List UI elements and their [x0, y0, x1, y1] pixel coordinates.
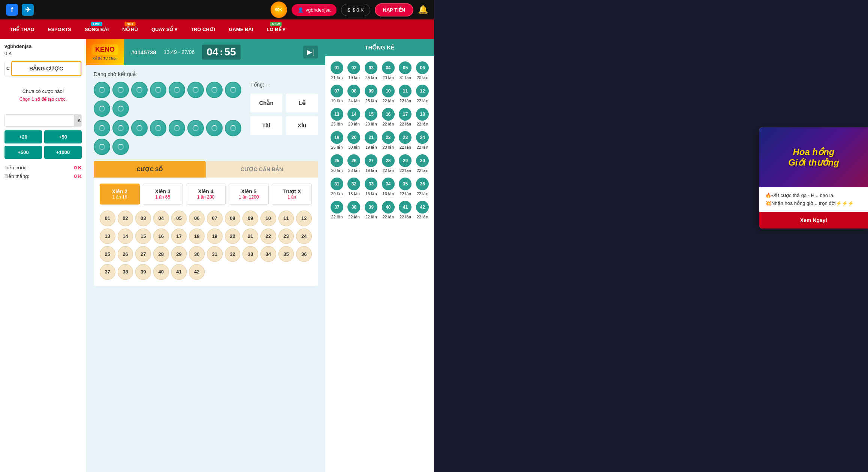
- num-cell-19[interactable]: 19: [207, 229, 223, 244]
- stat-cell-35: 35 22 lần: [397, 175, 414, 199]
- nav-tro-choi[interactable]: TRÒ CHƠI: [184, 19, 222, 39]
- num-cell-08[interactable]: 08: [225, 211, 241, 226]
- tab-c[interactable]: C: [5, 61, 11, 76]
- num-cell-13[interactable]: 13: [100, 229, 115, 244]
- num-cell-41[interactable]: 41: [171, 264, 187, 280]
- stat-count-18: 22 lần: [417, 122, 428, 127]
- num-cell-14[interactable]: 14: [118, 229, 133, 244]
- num-cell-30[interactable]: 30: [189, 246, 205, 262]
- balance-button[interactable]: $ $ 0 K: [341, 4, 370, 16]
- num-cell-38[interactable]: 38: [118, 264, 133, 280]
- num-cell-20[interactable]: 20: [225, 229, 241, 244]
- num-cell-17[interactable]: 17: [171, 229, 187, 244]
- num-cell-18[interactable]: 18: [189, 229, 205, 244]
- num-cell-32[interactable]: 32: [225, 246, 241, 262]
- amount-btn-20[interactable]: +20: [4, 130, 42, 143]
- num-cell-31[interactable]: 31: [207, 246, 223, 262]
- num-cell-28[interactable]: 28: [153, 246, 169, 262]
- stat-count-19: 25 lần: [331, 145, 343, 150]
- nav-the-thao[interactable]: THỂ THAO: [3, 19, 41, 39]
- xien-2-card[interactable]: Xiên 2 1 ăn 16: [100, 184, 140, 205]
- xien-2-odd: 1 ăn 16: [105, 194, 135, 200]
- num-cell-27[interactable]: 27: [135, 246, 151, 262]
- timer-min: 04: [207, 46, 218, 58]
- stat-ball-12: 12: [416, 85, 429, 97]
- xien-3-card[interactable]: Xiên 3 1 ăn 65: [143, 184, 183, 205]
- telegram-icon[interactable]: ✈: [22, 4, 34, 16]
- nav-lo-de[interactable]: NEW LÔ ĐỀ ▾: [260, 19, 292, 39]
- xien-4-card[interactable]: Xiên 4 1 ăn 280: [186, 184, 226, 205]
- nav-song-bai[interactable]: LIVE SÒNG BÀI: [78, 19, 115, 39]
- facebook-icon[interactable]: f: [6, 4, 18, 16]
- num-cell-39[interactable]: 39: [135, 264, 151, 280]
- stat-ball-38: 38: [347, 201, 360, 214]
- xiu-box[interactable]: Xỉu: [286, 116, 318, 135]
- num-cell-03[interactable]: 03: [135, 211, 151, 226]
- num-cell-10[interactable]: 10: [260, 211, 276, 226]
- stream-icon[interactable]: ▶|: [303, 46, 318, 58]
- num-cell-37[interactable]: 37: [100, 264, 115, 280]
- tab-cuoc-so[interactable]: CƯỢC SỐ: [94, 161, 206, 178]
- le-box[interactable]: Lẻ: [286, 94, 318, 112]
- truot-x-card[interactable]: Trượt X 1 ăn: [272, 184, 312, 205]
- nav-game-bai[interactable]: GAME BÀI: [222, 19, 260, 39]
- num-cell-11[interactable]: 11: [278, 211, 294, 226]
- num-cell-24[interactable]: 24: [296, 229, 312, 244]
- num-cell-42[interactable]: 42: [189, 264, 205, 280]
- tab-cuoc-can-ban[interactable]: CƯỢC CĂN BẢN: [206, 161, 318, 178]
- num-cell-25[interactable]: 25: [100, 246, 115, 262]
- num-cell-15[interactable]: 15: [135, 229, 151, 244]
- tai-box[interactable]: Tài: [250, 116, 282, 135]
- num-cell-40[interactable]: 40: [153, 264, 169, 280]
- amount-btn-1000[interactable]: +1000: [44, 146, 82, 159]
- nav-quay-so[interactable]: QUAY SỐ ▾: [145, 19, 184, 39]
- xien-5-card[interactable]: Xiên 5 1 ăn 1200: [229, 184, 269, 205]
- keno-title: KENO: [95, 46, 115, 53]
- stat-count-40: 22 lần: [382, 215, 394, 220]
- num-cell-09[interactable]: 09: [242, 211, 258, 226]
- ball-3: [131, 82, 148, 98]
- stat-ball-17: 17: [399, 108, 412, 121]
- stat-ball-19: 19: [331, 131, 343, 144]
- gift-badge[interactable]: 50K: [271, 1, 287, 18]
- num-cell-01[interactable]: 01: [100, 211, 115, 226]
- num-cell-16[interactable]: 16: [153, 229, 169, 244]
- bet-label: Tiền cược:: [4, 165, 28, 170]
- ball-18: [225, 120, 241, 136]
- num-cell-34[interactable]: 34: [260, 246, 276, 262]
- search-input[interactable]: [5, 115, 74, 126]
- nap-tien-button[interactable]: NẠP TIỀN: [375, 3, 413, 16]
- num-cell-06[interactable]: 06: [189, 211, 205, 226]
- chan-box[interactable]: Chẵn: [250, 94, 282, 112]
- nav-esports[interactable]: ESPORTS: [41, 19, 78, 39]
- total-row: Tiền thắng: 0 K: [4, 172, 82, 181]
- amount-btn-50[interactable]: +50: [44, 130, 82, 143]
- num-cell-04[interactable]: 04: [153, 211, 169, 226]
- notification-bell[interactable]: 🔔: [418, 5, 428, 15]
- num-cell-21[interactable]: 21: [242, 229, 258, 244]
- num-cell-33[interactable]: 33: [242, 246, 258, 262]
- xien-section: Xiên 2 1 ăn 16 Xiên 3 1 ăn 65 Xiên 4 1 ă…: [94, 178, 318, 286]
- num-cell-23[interactable]: 23: [278, 229, 294, 244]
- stat-ball-02: 02: [347, 61, 360, 74]
- nav-no-hu[interactable]: HOT NỔ HŨ: [115, 19, 145, 39]
- num-cell-02[interactable]: 02: [118, 211, 133, 226]
- num-cell-07[interactable]: 07: [207, 211, 223, 226]
- stat-count-09: 25 lần: [365, 99, 377, 103]
- ball-12: [112, 120, 129, 136]
- tab-bang-cuoc[interactable]: BẢNG CƯỢC: [11, 61, 81, 76]
- timer-sec: 55: [224, 46, 236, 58]
- keno-subtitle: Xổ Số Tự Chọn: [93, 57, 118, 60]
- stat-count-32: 18 lần: [348, 191, 360, 196]
- stat-count-24: 22 lần: [417, 145, 428, 150]
- amount-btn-500[interactable]: +500: [4, 146, 42, 159]
- num-cell-22[interactable]: 22: [260, 229, 276, 244]
- num-cell-12[interactable]: 12: [296, 211, 312, 226]
- num-cell-29[interactable]: 29: [171, 246, 187, 262]
- num-cell-35[interactable]: 35: [278, 246, 294, 262]
- stat-count-42: 22 lần: [417, 215, 428, 220]
- num-cell-26[interactable]: 26: [118, 246, 133, 262]
- num-cell-05[interactable]: 05: [171, 211, 187, 226]
- num-cell-36[interactable]: 36: [296, 246, 312, 262]
- user-button[interactable]: 👤 vgbhdenjsa: [292, 4, 337, 16]
